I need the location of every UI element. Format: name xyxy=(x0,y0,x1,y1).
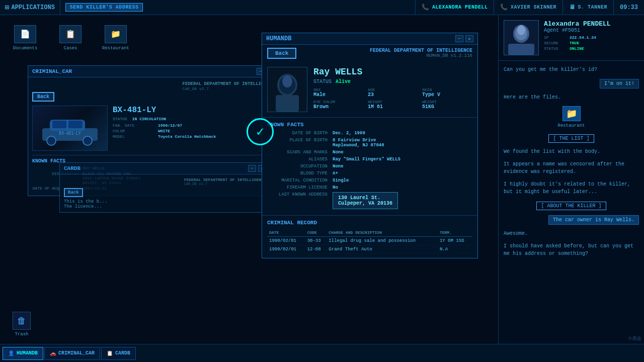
criminal-record-table: DATE CODE CHARGE AND DESCRIPTION TERM. 1… xyxy=(267,229,472,254)
humandb-close-button[interactable]: ✕ xyxy=(465,35,473,42)
fact-scars-label: SCARS AND MARKS xyxy=(267,150,333,155)
chat-msg-5: We found the list with the body. xyxy=(504,148,639,155)
the-list-btn[interactable]: [ THE LIST ] xyxy=(548,134,594,143)
taskbar-car-btn[interactable]: 🚗 CRIMINAL_CAR xyxy=(44,347,100,360)
taskbar-cardb-btn[interactable]: 📋 CARDB xyxy=(101,347,136,360)
taskbar-car-label: CRIMINAL_CAR xyxy=(58,350,95,356)
desktop: ⊞ APPLICATIONS SEND KILLER'S ADDRESS 📞 A… xyxy=(0,0,644,362)
notification-banner[interactable]: SEND KILLER'S ADDRESS xyxy=(65,3,143,12)
fact-pob: PLACE OF BIRTH 8 Fairview Drive Maplewoo… xyxy=(267,138,472,148)
cardb-titlebar: CARDB — ✕ xyxy=(60,163,270,174)
agent-secure-label: SECURE xyxy=(544,41,567,45)
documents-icon[interactable]: 📄 Documents xyxy=(10,25,40,51)
car-image: BX-481-LY xyxy=(32,106,108,151)
cardb-back-button[interactable]: Back xyxy=(64,188,83,197)
cardb-window: CARDB — ✕ FEDERAL DEPARTMENT OF INTELLIG… xyxy=(59,162,271,213)
bio-weight: WEIGHT 51KG xyxy=(422,100,472,110)
car-color-label: COLOR xyxy=(113,129,148,133)
cardb-fdi-title: FEDERAL DEPARTMENT OF INTELLIGENCE xyxy=(184,177,266,182)
fact-dob-val: Dec. 2, 1969 xyxy=(333,131,365,136)
clock: 09:33 xyxy=(613,0,644,15)
subject-info: Ray WELLS STATUS Alive SEX Male AGE 23 xyxy=(313,67,472,112)
agent-info: Alexandra PENDELL Agent #F5051 IP 222.54… xyxy=(544,20,639,55)
cr-col-term: TERM. xyxy=(438,229,472,237)
documents-label: Documents xyxy=(13,46,38,51)
bio-eye-label: EYE COLOR xyxy=(313,100,364,104)
bio-weight-label: WEIGHT xyxy=(422,100,472,104)
chat-text-11: I should have asked before, but can you … xyxy=(504,243,633,256)
cr-header-row: DATE CODE CHARGE AND DESCRIPTION TERM. xyxy=(267,229,472,237)
cr-row1-code: 12-08 xyxy=(305,245,327,254)
fact-marital: MARITAL CONDITION Single xyxy=(267,178,472,183)
humandb-fdi-area: FEDERAL DEPARTMENT OF INTELLIGENCE HUMAN… xyxy=(296,48,472,58)
desktop-icons-area: 📄 Documents 📋 Cases 📁 Restaurant xyxy=(10,25,131,51)
table-row: 1990/02/01 12-08 Grand Theft Auto N.A xyxy=(267,245,472,254)
chat-msg-0: Can you get me the killer's id? xyxy=(504,66,639,73)
subject-photo xyxy=(267,67,307,112)
fact-pob-label: PLACE OF BIRTH xyxy=(267,138,333,143)
humandb-controls: — ✕ xyxy=(455,35,473,42)
cardb-window-title: CARDB xyxy=(64,165,80,171)
svg-rect-15 xyxy=(508,44,534,55)
fact-marital-val: Single xyxy=(333,178,349,183)
known-facts-section: KNOWN FACTS DATE OF BIRTH Dec. 2, 1969 P… xyxy=(262,118,477,215)
humandb-minimize-button[interactable]: — xyxy=(455,35,463,42)
about-killer-label[interactable]: [ ABOUT THE KILLER ] xyxy=(536,202,606,210)
subject-name: Ray WELLS xyxy=(313,67,472,77)
bio-height: HEIGHT 1M 61 xyxy=(368,100,418,110)
bio-weight-val: 51KG xyxy=(422,104,472,110)
contact-xavier[interactable]: 📞 XAVIER SKINNER xyxy=(494,0,562,15)
address-line1: 130 Laurel St. xyxy=(338,195,392,201)
car-fdi-title: FEDERAL DEPARTMENT OF INTELLIGENCE xyxy=(182,81,275,86)
svg-text:BX-481-LY: BX-481-LY xyxy=(59,131,81,136)
chat-list-btn[interactable]: [ THE LIST ] xyxy=(504,133,639,143)
fact-scars: SCARS AND MARKS None xyxy=(267,150,472,155)
chat-text-5: We found the list with the body. xyxy=(504,149,600,154)
phone-icon-alexandra: 📞 xyxy=(422,4,430,11)
chat-text-10: Awesome. xyxy=(504,231,528,236)
chat-msg-9: The car owner is Ray Wells. xyxy=(504,215,639,225)
car-model-val: Toyota Corolla Hatchback xyxy=(158,134,216,139)
chat-folder[interactable]: 📁 Restaurant xyxy=(504,106,639,128)
taskbar-bottom: 👤 HUMANDB 🚗 CRIMINAL_CAR 📋 CARDB xyxy=(0,344,644,362)
fact-address-label: LAST KNOWN ADDRESS xyxy=(267,192,333,197)
chat-msg-11: I should have asked before, but can you … xyxy=(504,242,639,257)
car-main-section: BX-481-LY BX-481-LY STATUS IN CIRCULATIO… xyxy=(32,106,275,151)
fact-occupation: OCCUPATION None xyxy=(267,164,472,169)
cardb-minimize-button[interactable]: — xyxy=(248,165,256,172)
cr-row1-charge: Grand Theft Auto xyxy=(327,245,438,254)
agent-status-label: STATUS xyxy=(544,46,567,51)
car-fdi-sub: CAR_DB v2.7 xyxy=(182,86,275,91)
right-panel: Alexandra PENDELL Agent #F5051 IP 222.54… xyxy=(498,15,644,362)
criminal-record-title: CRIMINAL RECORD xyxy=(267,220,472,226)
phone-icon-xavier: 📞 xyxy=(500,4,508,11)
cr-row0-charge: Illegal drug sale and possession xyxy=(327,237,438,245)
humandb-title: HUMANDB xyxy=(266,35,291,42)
car-window-title: CRIMINAL_CAR xyxy=(32,68,72,74)
taskbar-humandb-btn[interactable]: 👤 HUMANDB xyxy=(3,347,43,360)
chat-text-2: Here are the files. xyxy=(504,95,561,100)
chat-msg-6: It appears a name was censored after the… xyxy=(504,160,639,175)
applications-label: APPLICATIONS xyxy=(11,4,54,11)
fact-blood-label: BLOOD TYPE xyxy=(267,171,333,176)
contact-alexandra[interactable]: 📞 ALEXANDRA PENDELL xyxy=(415,0,494,15)
car-icon: 🚗 xyxy=(50,350,56,356)
restaurant-icon[interactable]: 📁 Restaurant xyxy=(101,25,131,51)
about-killer-btn[interactable]: [ ABOUT THE KILLER ] xyxy=(504,201,639,210)
bio-skin-label: SKIN xyxy=(422,87,472,92)
cases-icon[interactable]: 📋 Cases xyxy=(55,25,86,51)
trash-icon[interactable]: 🗑 Trash xyxy=(13,312,31,337)
time-text: 09:33 xyxy=(620,4,638,11)
humandb-back-button[interactable]: Back xyxy=(267,48,296,59)
bio-age-val: 23 xyxy=(368,92,418,98)
bio-sex-label: SEX xyxy=(313,87,364,92)
contact-tanner[interactable]: 🖥 S. TANNER xyxy=(562,0,613,15)
car-back-button[interactable]: Back xyxy=(32,92,54,102)
chat-text-6: It appears a name was censored after the… xyxy=(504,161,624,174)
fact-occupation-label: OCCUPATION xyxy=(267,164,333,169)
chat-area: Can you get me the killer's id? I'm on i… xyxy=(499,61,644,352)
fact-aliases: ALIASES Ray "Small Fingers" WELLS xyxy=(267,157,472,162)
trash-label: Trash xyxy=(15,332,28,337)
restaurant-label: Restaurant xyxy=(102,46,129,51)
applications-menu[interactable]: ⊞ APPLICATIONS xyxy=(0,0,60,15)
